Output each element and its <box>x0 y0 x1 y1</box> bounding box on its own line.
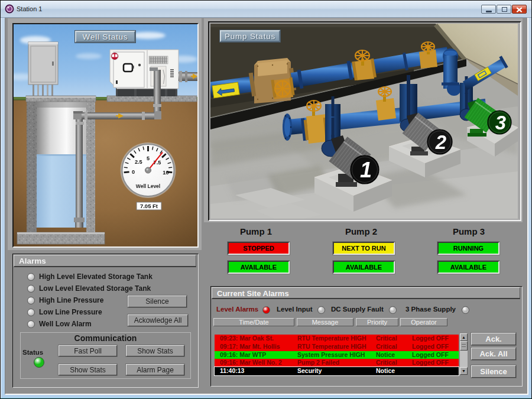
svg-text:0: 0 <box>132 169 135 175</box>
svg-text:1: 1 <box>360 158 372 182</box>
svg-text:5: 5 <box>147 155 150 161</box>
svg-text:7.05 Ft: 7.05 Ft <box>140 203 158 209</box>
svg-text:2: 2 <box>435 131 447 153</box>
svg-text:2.5: 2.5 <box>135 159 142 165</box>
svg-text:10: 10 <box>163 170 168 176</box>
svg-text:Well Level: Well Level <box>136 183 160 189</box>
svg-text:3: 3 <box>495 112 506 134</box>
